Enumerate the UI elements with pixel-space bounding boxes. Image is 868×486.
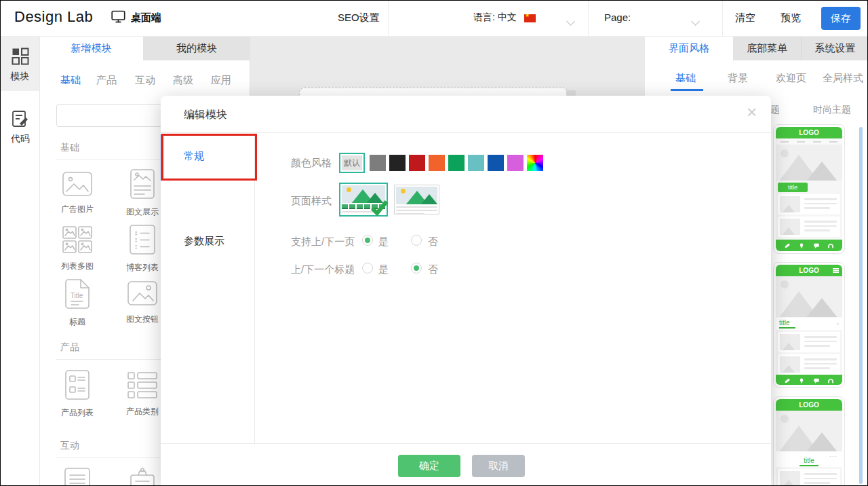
subtab-interact[interactable]: 互动 [135,74,155,87]
radio-label-yes[interactable]: 是 [378,236,389,248]
list-item [778,217,840,237]
template-footer [776,375,842,385]
list-item [778,332,840,352]
seo-settings-button[interactable]: SEO设置 [338,12,380,24]
announcement-icon [129,468,156,486]
image-text-icon [130,169,155,202]
color-swatch[interactable] [370,155,386,171]
rsubtab-background[interactable]: 背景 [728,72,748,85]
device-toggle-desktop[interactable]: 桌面端 [111,10,161,26]
image-placeholder [776,411,842,451]
title-page-icon: Title [65,279,90,312]
radio-label-no[interactable]: 否 [428,263,438,276]
module-title[interactable]: Title 标题 [45,279,110,328]
nav-item-params[interactable]: 参数展示 [184,235,245,248]
module-ad-image[interactable]: 广告图片 [45,172,110,215]
color-swatch[interactable] [507,155,524,171]
dialog-title: 编辑模块 [184,108,227,122]
radio-title-no[interactable] [411,263,422,274]
template-title-link: title › [776,318,842,330]
module-form[interactable] [45,468,110,486]
hamburger-icon [833,267,839,274]
color-swatch[interactable] [488,155,504,171]
radio-prev-next-no[interactable] [411,235,422,246]
color-swatch[interactable] [468,155,484,171]
chat-icon [813,377,820,384]
title-icon-text: Title [71,292,83,299]
app-logo: Design Lab [14,8,93,26]
tab-footer-menu[interactable]: 底部菜单 [733,36,801,60]
module-label: 图文展示 [126,206,159,218]
headset-icon [827,377,834,384]
dialog-header: 编辑模块 × [161,96,771,133]
rsubtab-global[interactable]: 全局样式 [823,72,863,85]
image-icon [62,172,92,199]
sidebar-item-label: 模块 [1,71,39,83]
china-flag-icon [524,14,536,22]
tab-new-modules[interactable]: 新增模块 [39,36,143,60]
nav-item-general[interactable]: 常规 [184,150,245,163]
grid-icon [12,56,29,67]
sidebar-item-code[interactable]: 代码 [1,99,39,153]
tab-system-settings[interactable]: 系统设置 [801,36,868,60]
rsubtab-basic[interactable]: 基础 [675,72,696,85]
page-style-label: 页面样式 [291,195,332,208]
page-style-option-2[interactable] [394,185,439,214]
color-swatch[interactable] [389,155,406,171]
subtab-advanced[interactable]: 高级 [173,74,193,87]
radio-label-yes[interactable]: 是 [378,263,389,276]
clear-button[interactable]: 清空 [735,12,755,24]
icon-sidebar: 模块 代码 [1,36,40,486]
rsubtab-welcome[interactable]: 欢迎页 [776,72,806,85]
chevron-down-icon[interactable] [568,15,574,27]
color-swatch[interactable] [409,155,425,171]
subtab-basic[interactable]: 基础 [60,74,81,87]
language-selector[interactable]: 语言: 中文 [473,12,517,24]
dialog-footer: 确定 取消 [161,443,771,486]
color-swatch-default[interactable]: 默认 [339,153,365,173]
template-card-2[interactable]: LOGO title › [773,262,845,388]
color-swatch[interactable] [448,155,465,171]
module-label: 产品列表 [61,407,94,419]
subtab-apps[interactable]: 应用 [211,74,231,87]
page-style-option-1[interactable] [339,183,388,217]
close-icon[interactable]: × [747,103,757,121]
module-label: 产品类别 [126,406,159,417]
radio-label-no[interactable]: 否 [428,236,438,248]
tab-my-modules[interactable]: 我的模块 [143,36,250,60]
vertical-scrollbar[interactable] [859,127,863,484]
prev-next-title-label: 上/下一个标题 [291,263,355,276]
edit-module-dialog: 编辑模块 × 常规 参数展示 颜色风格 默认 页面样式 [161,96,771,486]
template-logo: LOGO [799,129,818,136]
chevron-down-icon[interactable] [692,15,698,27]
chevron-right-icon: › [837,320,839,327]
template-logo: LOGO [799,401,818,409]
ok-button[interactable]: 确定 [398,455,460,477]
list-icon [130,225,155,257]
template-footer [776,240,842,251]
tab-interface-style[interactable]: 界面风格 [645,36,733,60]
list-item [778,194,840,214]
module-product-list[interactable]: 产品列表 [45,370,110,419]
phone-icon [784,377,791,384]
subtab-product[interactable]: 产品 [96,74,117,87]
location-pin-icon [798,242,805,249]
page-selector-label[interactable]: Page: [604,12,631,23]
module-list-multi-image[interactable]: 列表多图 [45,226,110,272]
save-button[interactable]: 保存 [821,7,861,30]
active-tab-underline [671,89,703,91]
cancel-button[interactable]: 取消 [472,455,525,477]
theme-fashion-label[interactable]: 时尚主题 [813,104,851,116]
list-item [778,469,840,486]
radio-prev-next-yes[interactable] [362,235,373,246]
template-card-1[interactable]: LOGO title [773,124,845,254]
module-label: 图文按钮 [126,314,159,325]
preview-button[interactable]: 预览 [781,12,801,24]
radio-title-yes[interactable] [362,263,373,274]
color-swatch-rainbow[interactable] [527,155,543,171]
template-card-3[interactable]: LOGO title ··· [773,396,845,486]
section-title-product: 产品 [60,341,79,354]
sidebar-item-modules[interactable]: 模块 [1,37,39,91]
color-swatch[interactable] [429,155,445,171]
top-bar: Design Lab 桌面端 SEO设置 语言: 中文 Page: 清空 预览 … [1,1,867,37]
